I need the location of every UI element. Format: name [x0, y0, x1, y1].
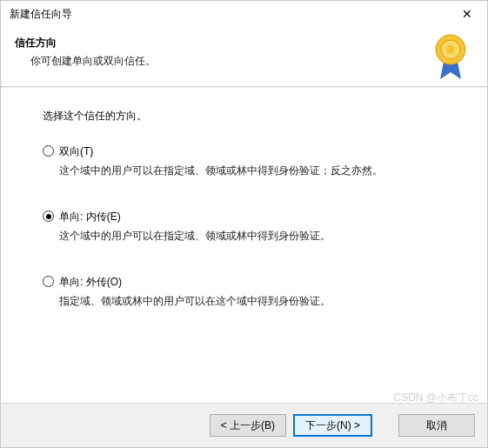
award-ribbon-icon — [431, 32, 470, 81]
option-two-way[interactable]: 双向(T) 这个域中的用户可以在指定域、领域或林中得到身份验证；反之亦然。 — [43, 144, 445, 178]
option-desc: 这个域中的用户可以在指定域、领域或林中得到身份验证；反之亦然。 — [59, 163, 445, 178]
next-button[interactable]: 下一步(N) > — [293, 414, 372, 437]
option-desc: 指定域、领域或林中的用户可以在这个域中得到身份验证。 — [59, 293, 445, 309]
wizard-header: 信任方向 你可创建单向或双向信任。 — [1, 27, 487, 86]
cancel-button[interactable]: 取消 — [398, 414, 475, 437]
option-outgoing[interactable]: 单向: 外传(O) 指定域、领域或林中的用户可以在这个域中得到身份验证。 — [43, 275, 445, 309]
wizard-footer: < 上一步(B) 下一步(N) > 取消 — [1, 403, 487, 447]
option-desc: 这个域中的用户可以在指定域、领域或林中得到身份验证。 — [59, 228, 445, 244]
option-label: 双向(T) — [59, 144, 93, 159]
wizard-content: 选择这个信任的方向。 双向(T) 这个域中的用户可以在指定域、领域或林中得到身份… — [1, 88, 487, 309]
prompt-text: 选择这个信任的方向。 — [43, 109, 445, 124]
back-button[interactable]: < 上一步(B) — [210, 414, 286, 437]
option-label: 单向: 内传(E) — [59, 210, 121, 224]
close-icon: ✕ — [462, 7, 472, 21]
titlebar: 新建信任向导 ✕ — [1, 1, 487, 27]
header-subtitle: 你可创建单向或双向信任。 — [30, 54, 473, 69]
close-button[interactable]: ✕ — [447, 1, 487, 27]
header-title: 信任方向 — [15, 36, 473, 50]
option-label: 单向: 外传(O) — [59, 275, 122, 290]
radio-outgoing[interactable] — [43, 276, 54, 287]
radio-incoming[interactable] — [43, 211, 54, 222]
window-title: 新建信任向导 — [10, 7, 72, 22]
option-incoming[interactable]: 单向: 内传(E) 这个域中的用户可以在指定域、领域或林中得到身份验证。 — [43, 210, 445, 244]
svg-point-2 — [446, 45, 455, 54]
radio-two-way[interactable] — [43, 145, 54, 157]
